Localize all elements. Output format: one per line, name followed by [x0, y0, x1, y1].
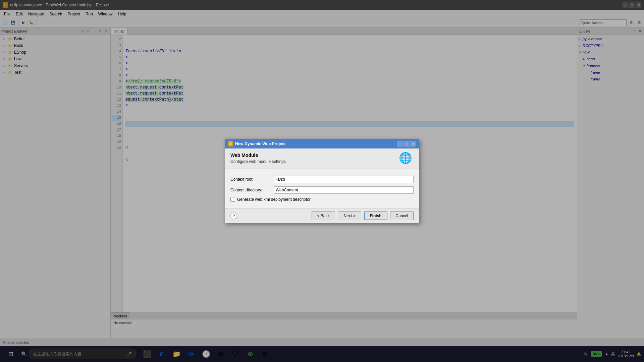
dialog-close[interactable]: ✕	[410, 141, 416, 147]
context-root-label: Context root:	[230, 177, 274, 182]
dialog-title-controls: ─ □ ✕	[397, 141, 416, 147]
dialog-title-bar: ⬡ New Dynamic Web Project ─ □ ✕	[225, 139, 419, 148]
cancel-button[interactable]: Cancel	[390, 212, 414, 220]
dialog-icon: ⬡	[228, 141, 233, 146]
content-directory-label: Content directory:	[230, 188, 274, 192]
finish-button[interactable]: Finish	[364, 212, 387, 220]
modal-overlay: ⬡ New Dynamic Web Project ─ □ ✕ 🌐 Web Mo…	[0, 0, 644, 362]
back-button[interactable]: < Back	[312, 212, 335, 220]
context-root-input[interactable]	[274, 176, 414, 183]
eclipse-window: E eclipse-workplace - Test/WebContent/ma…	[0, 0, 644, 362]
next-button[interactable]: Next >	[338, 212, 361, 220]
generate-xml-checkbox[interactable]	[230, 197, 235, 202]
context-root-row: Context root:	[230, 176, 414, 183]
dialog-section-subtitle: Configure web module settings.	[230, 159, 414, 164]
dialog-body: Context root: Content directory: Generat…	[225, 169, 419, 208]
generate-xml-label: Generate web.xml deployment descriptor	[237, 197, 311, 202]
content-directory-row: Content directory:	[230, 186, 414, 194]
dialog-header-icon: 🌐	[397, 150, 414, 166]
dialog-section-title: Web Module	[230, 153, 414, 158]
help-button[interactable]: ?	[230, 213, 237, 219]
generate-xml-row: Generate web.xml deployment descriptor	[230, 197, 414, 202]
dialog-title: New Dynamic Web Project	[235, 141, 397, 146]
dialog-footer: ? < Back Next > Finish Cancel	[225, 208, 419, 223]
dialog-maximize[interactable]: □	[404, 141, 410, 147]
new-project-dialog: ⬡ New Dynamic Web Project ─ □ ✕ 🌐 Web Mo…	[225, 139, 419, 223]
dialog-minimize[interactable]: ─	[397, 141, 403, 147]
dialog-header: 🌐 Web Module Configure web module settin…	[225, 148, 419, 169]
content-directory-input[interactable]	[274, 186, 414, 194]
